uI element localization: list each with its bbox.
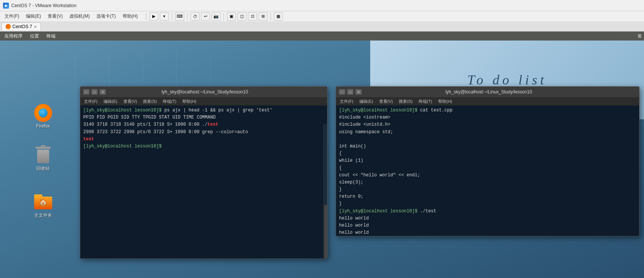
toolbar-dropdown[interactable]: ▾ [160, 12, 169, 21]
tab-label: CentOS 7 [12, 24, 32, 29]
t2-line-13: } [339, 200, 636, 207]
terminal2-maximize[interactable]: □ [347, 89, 353, 95]
terminal1-content: [lyh_sky@localhost lesson10]$ ps ajx | h… [80, 105, 327, 258]
t2-prompt1: [lyh_sky@localhost lesson10]$ [339, 108, 417, 113]
toolbar-view4[interactable]: ⊞ [258, 12, 267, 21]
terminal1-minimize[interactable]: ─ [83, 89, 89, 95]
menu-help[interactable]: 帮助(H) [120, 12, 141, 21]
t2-line-3: using namespace std; [339, 129, 636, 136]
t2-hw2: hello world [339, 223, 369, 228]
toolbar-settings[interactable]: ▦ [274, 12, 283, 21]
terminal1-close[interactable]: ✕ [100, 89, 106, 95]
t1-menu-search[interactable]: 搜索(S) [141, 98, 159, 105]
t2-line-8: { [339, 165, 636, 172]
terminal1-red-label: test [83, 136, 324, 143]
toolbar-snapshot2[interactable]: ↩ [201, 12, 210, 21]
terminal1-row2: 2998 3723 3722 2998 pts/0 3722 S+ 1000 0… [83, 129, 324, 136]
terminal-window-1: ─ □ ✕ lyh_sky@localhost:~/Linux_Study/le… [80, 86, 327, 259]
t2-include2: #include <unistd.h> [339, 122, 390, 127]
t2-include1: #include <iostream> [339, 115, 390, 120]
home-label: 主文件夹 [34, 212, 52, 219]
trash-icon-img [34, 146, 52, 164]
desktop-icon-trash[interactable]: 回收站 [28, 144, 58, 173]
terminal1-row1: 3140 3718 3718 3140 pts/1 3718 S+ 1000 0… [83, 121, 324, 128]
terminal2-close[interactable]: ✕ [356, 89, 362, 95]
t1-menu-terminal[interactable]: 终端(T) [161, 98, 179, 105]
vm-tab-centos7[interactable]: CentOS 7 ✕ [2, 23, 41, 30]
terminal2-title: lyh_sky@localhost:~/Linux_Study/lesson10 [362, 89, 616, 95]
menu-view[interactable]: 查看(V) [45, 12, 66, 21]
terminal1-prompt1: [lyh_sky@localhost lesson10]$ [83, 108, 162, 113]
t2-line-9: cout << "hello world" << endl; [339, 172, 636, 179]
terminal-window-2: ─ □ ✕ lyh_sky@localhost:~/Linux_Study/le… [336, 86, 639, 236]
terminal2-menubar: 文件(F) 编辑(E) 查看(V) 搜索(S) 终端(T) 帮助(H) [336, 97, 639, 105]
t1-menu-view[interactable]: 查看(V) [121, 98, 140, 105]
menu-file[interactable]: 文件(F) [2, 12, 22, 21]
t2-return: return 0; [339, 194, 363, 199]
t2-brace1: { [339, 151, 342, 156]
toolbar-play[interactable]: ▶ [149, 12, 158, 21]
folder-icon-img: 🏠 [34, 193, 52, 211]
menu-vm[interactable]: 虚拟机(M) [66, 12, 93, 21]
vmware-titlebar: ▶ CentOS 7 - VMware Workstation [0, 0, 644, 11]
t2-sleep: sleep(3); [339, 180, 363, 185]
terminal1-scroll-thumb[interactable] [324, 205, 327, 258]
t2-line-12: return 0; [339, 193, 636, 200]
toolbar-send-ctrl[interactable]: ⌨ [175, 12, 184, 21]
centos-menu-right: 英 [638, 33, 642, 39]
terminal2-minimize[interactable]: ─ [339, 89, 345, 95]
t2-using: using namespace std; [339, 129, 393, 135]
toolbar-snapshot3[interactable]: 📷 [212, 12, 221, 21]
centos-menu-location[interactable]: 位置 [28, 32, 41, 40]
todo-title: To do list [467, 72, 547, 88]
t2-menu-edit[interactable]: 编辑(E) [357, 98, 375, 105]
toolbar-view3[interactable]: ⊡ [248, 12, 257, 21]
t1-menu-edit[interactable]: 编辑(E) [101, 98, 120, 105]
t2-line-6: { [339, 150, 636, 157]
terminal1-titlebar: ─ □ ✕ lyh_sky@localhost:~/Linux_Study/le… [80, 87, 327, 97]
centos-menubar: 应用程序 位置 终端 英 [0, 32, 644, 41]
t2-line-1: #include <iostream> [339, 114, 636, 121]
toolbar-view2[interactable]: ◫ [237, 12, 246, 21]
t2-line-17: hello world [339, 229, 636, 236]
terminal1-test-label: test [83, 137, 94, 142]
centos-menu-apps[interactable]: 应用程序 [2, 32, 25, 40]
terminal1-maximize[interactable]: □ [92, 89, 98, 95]
t2-line-5: int main() [339, 143, 636, 150]
t2-while: while (1) [339, 158, 363, 163]
terminal1-row2-text: 2998 3723 3722 2998 pts/0 3722 S+ 1000 0… [83, 129, 248, 135]
menu-tabs[interactable]: 选项卡(T) [93, 12, 119, 21]
toolbar-buttons: ▶ ▾ ⌨ ⏱ ↩ 📷 ▣ ◫ ⊡ ⊞ ▦ [144, 12, 283, 21]
firefox-icon-img [34, 104, 52, 122]
firefox-label: Firefox [36, 123, 50, 129]
terminal1-header-line: PPID PID PGID SID TTY TPGID STAT UID TIM… [83, 114, 324, 121]
terminal1-menubar: 文件(F) 编辑(E) 查看(V) 搜索(S) 终端(T) 帮助(H) [80, 97, 327, 105]
t2-menu-view[interactable]: 查看(V) [377, 98, 395, 105]
centos-menu-terminal[interactable]: 终端 [44, 32, 58, 40]
t2-menu-file[interactable]: 文件(F) [338, 98, 356, 105]
tab-close-button[interactable]: ✕ [34, 25, 37, 29]
t2-cout: cout << "hello world" << endl; [339, 173, 420, 178]
t2-run-cmd: ./test [420, 209, 436, 214]
t2-line-14: [lyh_sky@localhost lesson10]$ ./test [339, 208, 636, 215]
t2-main: int main() [339, 144, 366, 149]
t2-brace3: } [339, 187, 342, 192]
trash-icon-graphic [36, 147, 51, 163]
t2-menu-search[interactable]: 搜索(S) [396, 98, 415, 105]
terminal1-scrollbar[interactable] [323, 124, 327, 258]
t2-line-10: sleep(3); [339, 179, 636, 186]
terminal2-content: [lyh_sky@localhost lesson10]$ cat test.c… [336, 105, 639, 236]
t1-menu-help[interactable]: 帮助(H) [180, 98, 198, 105]
menu-edit[interactable]: 编辑(E) [23, 12, 44, 21]
t1-menu-file[interactable]: 文件(F) [82, 98, 100, 105]
desktop-icon-home[interactable]: 🏠 主文件夹 [28, 191, 58, 220]
terminal1-title: lyh_sky@localhost:~/Linux_Study/lesson10 [106, 89, 304, 95]
toolbar-snapshot1[interactable]: ⏱ [191, 12, 200, 21]
t2-menu-terminal[interactable]: 终端(T) [416, 98, 434, 105]
vmware-menubar: 文件(F) 编辑(E) 查看(V) 虚拟机(M) 选项卡(T) 帮助(H) ▶ … [0, 11, 644, 22]
t2-line-4 [339, 136, 636, 143]
t2-line-11: } [339, 186, 636, 193]
t2-menu-help[interactable]: 帮助(H) [436, 98, 454, 105]
desktop-icon-firefox[interactable]: Firefox [28, 102, 58, 130]
toolbar-view1[interactable]: ▣ [227, 12, 236, 21]
